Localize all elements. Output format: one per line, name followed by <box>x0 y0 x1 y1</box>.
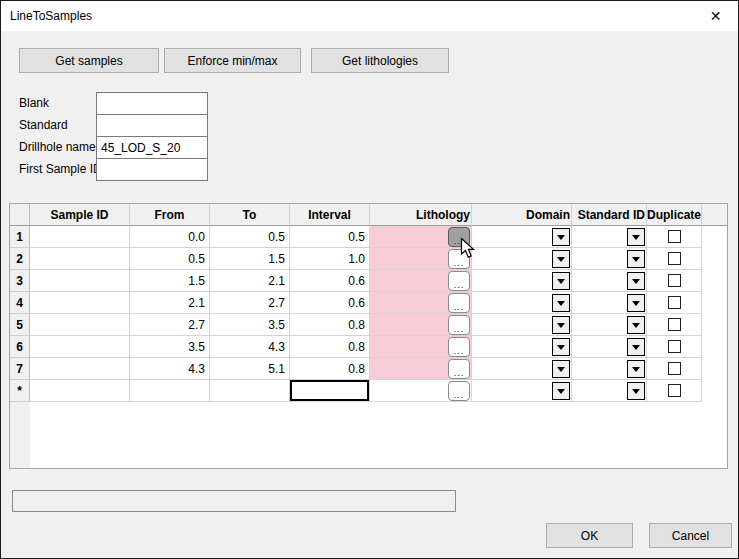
enforce-minmax-button[interactable]: Enforce min/max <box>164 48 301 73</box>
cancel-button[interactable]: Cancel <box>649 523 732 548</box>
column-header-from[interactable]: From <box>130 204 210 226</box>
duplicate-checkbox[interactable] <box>668 230 681 243</box>
duplicate-checkbox[interactable] <box>668 318 681 331</box>
ok-button[interactable]: OK <box>546 523 633 548</box>
cell-lithology[interactable]: ... <box>370 292 472 314</box>
cell-domain[interactable] <box>472 226 572 248</box>
cell-to[interactable] <box>210 380 290 402</box>
duplicate-checkbox[interactable] <box>668 384 681 397</box>
cell-sample-id[interactable] <box>30 358 130 380</box>
cell-to[interactable]: 0.5 <box>210 226 290 248</box>
row-header-cell[interactable]: 5 <box>10 314 30 336</box>
close-button[interactable]: ✕ <box>693 1 738 30</box>
cell-to[interactable]: 3.5 <box>210 314 290 336</box>
cell-standard-id[interactable] <box>572 270 647 292</box>
cell-duplicate[interactable] <box>647 248 702 270</box>
cell-interval[interactable]: 0.8 <box>290 314 370 336</box>
standard-id-dropdown-button[interactable] <box>627 294 645 312</box>
cell-to[interactable]: 2.7 <box>210 292 290 314</box>
lithology-picker-button[interactable]: ... <box>448 381 470 401</box>
row-header-cell[interactable]: 3 <box>10 270 30 292</box>
cell-lithology[interactable]: ... <box>370 358 472 380</box>
domain-dropdown-button[interactable] <box>552 316 570 334</box>
standard-id-dropdown-button[interactable] <box>627 360 645 378</box>
duplicate-checkbox[interactable] <box>668 340 681 353</box>
cell-sample-id[interactable] <box>30 270 130 292</box>
cell-interval[interactable] <box>290 380 370 402</box>
lithology-picker-button[interactable]: ... <box>448 227 470 247</box>
cell-standard-id[interactable] <box>572 358 647 380</box>
first-sample-id-input[interactable] <box>96 158 208 181</box>
column-header-duplicate[interactable]: Duplicate <box>647 204 702 226</box>
row-header-cell[interactable]: 2 <box>10 248 30 270</box>
cell-from[interactable]: 2.1 <box>130 292 210 314</box>
cell-domain[interactable] <box>472 380 572 402</box>
cell-interval[interactable]: 0.8 <box>290 336 370 358</box>
cell-interval[interactable]: 0.6 <box>290 270 370 292</box>
cell-duplicate[interactable] <box>647 292 702 314</box>
cell-duplicate[interactable] <box>647 270 702 292</box>
duplicate-checkbox[interactable] <box>668 252 681 265</box>
column-header-standard-id[interactable]: Standard ID <box>572 204 647 226</box>
lithology-picker-button[interactable]: ... <box>448 315 470 335</box>
lithology-picker-button[interactable]: ... <box>448 359 470 379</box>
cell-duplicate[interactable] <box>647 314 702 336</box>
column-header-domain[interactable]: Domain <box>472 204 572 226</box>
cell-lithology[interactable]: ... <box>370 226 472 248</box>
standard-id-dropdown-button[interactable] <box>627 382 645 400</box>
cell-standard-id[interactable] <box>572 314 647 336</box>
cell-sample-id[interactable] <box>30 314 130 336</box>
cell-from[interactable] <box>130 380 210 402</box>
domain-dropdown-button[interactable] <box>552 382 570 400</box>
column-header-lithology[interactable]: Lithology <box>370 204 472 226</box>
standard-input[interactable] <box>96 114 208 137</box>
column-header-sample-id[interactable]: Sample ID <box>30 204 130 226</box>
standard-id-dropdown-button[interactable] <box>627 272 645 290</box>
row-header-cell[interactable]: 4 <box>10 292 30 314</box>
domain-dropdown-button[interactable] <box>552 272 570 290</box>
grid-corner-cell[interactable] <box>10 204 30 226</box>
cell-lithology[interactable]: ... <box>370 336 472 358</box>
cell-sample-id[interactable] <box>30 248 130 270</box>
cell-to[interactable]: 5.1 <box>210 358 290 380</box>
duplicate-checkbox[interactable] <box>668 362 681 375</box>
standard-id-dropdown-button[interactable] <box>627 338 645 356</box>
row-header-cell[interactable]: 7 <box>10 358 30 380</box>
lithology-picker-button[interactable]: ... <box>448 337 470 357</box>
cell-duplicate[interactable] <box>647 226 702 248</box>
domain-dropdown-button[interactable] <box>552 294 570 312</box>
cell-from[interactable]: 0.0 <box>130 226 210 248</box>
cell-domain[interactable] <box>472 358 572 380</box>
get-lithologies-button[interactable]: Get lithologies <box>311 48 449 73</box>
get-samples-button[interactable]: Get samples <box>19 48 159 73</box>
cell-domain[interactable] <box>472 336 572 358</box>
cell-sample-id[interactable] <box>30 336 130 358</box>
cell-from[interactable]: 0.5 <box>130 248 210 270</box>
cell-standard-id[interactable] <box>572 336 647 358</box>
cell-domain[interactable] <box>472 248 572 270</box>
cell-to[interactable]: 1.5 <box>210 248 290 270</box>
standard-id-dropdown-button[interactable] <box>627 250 645 268</box>
domain-dropdown-button[interactable] <box>552 360 570 378</box>
cell-to[interactable]: 4.3 <box>210 336 290 358</box>
cell-interval[interactable]: 1.0 <box>290 248 370 270</box>
row-header-cell[interactable]: 1 <box>10 226 30 248</box>
cell-lithology[interactable]: ... <box>370 270 472 292</box>
column-header-to[interactable]: To <box>210 204 290 226</box>
cell-domain[interactable] <box>472 292 572 314</box>
cell-to[interactable]: 2.1 <box>210 270 290 292</box>
cell-from[interactable]: 2.7 <box>130 314 210 336</box>
row-header-cell[interactable]: * <box>10 380 30 402</box>
domain-dropdown-button[interactable] <box>552 338 570 356</box>
column-header-interval[interactable]: Interval <box>290 204 370 226</box>
cell-domain[interactable] <box>472 314 572 336</box>
standard-id-dropdown-button[interactable] <box>627 228 645 246</box>
duplicate-checkbox[interactable] <box>668 274 681 287</box>
cell-duplicate[interactable] <box>647 380 702 402</box>
cell-standard-id[interactable] <box>572 292 647 314</box>
cell-sample-id[interactable] <box>30 226 130 248</box>
cell-interval[interactable]: 0.8 <box>290 358 370 380</box>
lithology-picker-button[interactable]: ... <box>448 293 470 313</box>
standard-id-dropdown-button[interactable] <box>627 316 645 334</box>
cell-interval[interactable]: 0.6 <box>290 292 370 314</box>
